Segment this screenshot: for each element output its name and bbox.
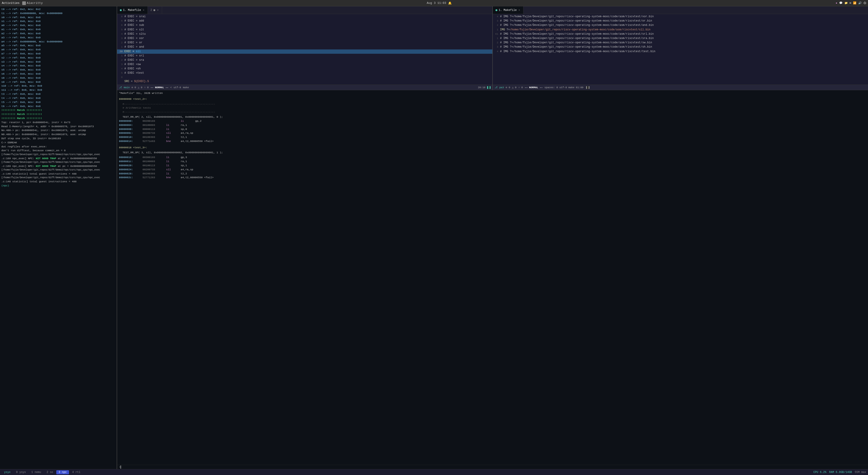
terminal-line: s3 --> ref: 0x0, mcu: 0x0 [1,60,115,64]
terminal-line: s6 --> ref: 0x0, mcu: 0x0 [1,72,115,76]
terminal-line: [/home/fujie/Developer/git_repos/diff/de… [1,168,115,172]
tab-0-ysyx[interactable]: 0 ysyx [14,470,28,474]
left-terminal-panel: t0 --> ref: 0x2, mcu: 0x2 t1 --> ref: 0x… [0,6,117,469]
terminal-line: [/home/fujie/Developer/git_repos/diff/de… [1,152,115,156]
bottom-tabs: ysyx 0 ysyx 1 nemu 2 so 3 npc 4 rtl [2,470,83,474]
editor-line: 3 # EXEC = xor [117,36,492,41]
right-tab-bar: 1. Makefile × [493,6,868,14]
right-editor-content[interactable]: 4 # IMG ?=/home/fujie/Developer/git_repo… [493,14,868,84]
tab-close-center[interactable]: × [142,9,145,11]
editor-line: 1 # EXEC = and [117,45,492,49]
terminal-line: a6 --> ref: 0x0, mcu: 0x0 [1,47,115,52]
editor-line: 6 # EXEC = sub [117,23,492,27]
right-editor-lines: 4 # IMG ?=/home/fujie/Developer/git_repo… [493,14,868,54]
volume-icon: 🔊 [858,1,862,5]
tab-makefile-center[interactable]: 1. Makefile × [117,6,148,14]
asm-line: 80000008: 00000113 li sp,0 [119,127,866,131]
terminal-line: Read I-Memory:length= 4, addr = 0x800005… [1,125,115,129]
warning-count-right: △ 0 [512,86,517,89]
topbar: Activities Alacritty Aug 3 11:03 🔔 ● 💬 📁… [0,0,868,6]
tab-ysyx[interactable]: ysyx [2,470,13,474]
ram-section: RAM 6.8GB/14GB [829,471,852,474]
editor-line: 4 # EXEC = sltu [117,32,492,36]
asm-line: 80000020: 00100113 li sp,1 [119,164,866,168]
terminal-line: s5 --> ref: 0x0, mcu: 0x0 [1,68,115,72]
ram-value: 6.8GB/14GB [836,471,852,474]
terminal-output: t0 --> ref: 0x2, mcu: 0x2 t1 --> ref: 0x… [0,6,117,469]
branch-icon-right: ⎇ [495,86,498,89]
editor-line: 8 # EXEC = srai [117,14,492,19]
center-editor-lines: 8 # EXEC = srai 6 # EXEC = add 6 # EXEC … [117,14,492,84]
terminal-line: N0.488-> pc: 0x8000054c, instr: 0xc00010… [1,132,115,136]
terminal-line: t0 --> ref: 0x2, mcu: 0x2 [1,7,115,11]
terminal-line: s10 --> ref: 0x0, mcu: 0x0 [1,84,115,88]
power-value: 55M max [855,471,866,474]
bottom-right: CPU 6.2% RAM 6.8GB/14GB 55M max [813,471,866,474]
activities-button[interactable]: Activities [2,1,20,5]
topbar-right: ● 💬 📁 ⊞ 📶 🔊 ⏻ [836,1,866,5]
tab-2[interactable]: 2 × [148,6,162,14]
asm-line: 80000028: 00200393 li t2,2 [119,172,866,176]
code-line: # Arithmetic tests [123,106,866,110]
editors-section: 1. Makefile × 2 × 8 [117,6,868,469]
tab-2-so[interactable]: 2 so [44,470,55,474]
tab-2-close[interactable]: × [157,9,159,11]
tab-3-npc[interactable]: 3 npc [56,470,69,474]
asm-line: 80000010: 00100393 li t2,1 [119,135,866,139]
terminal-line: t4 --> ref: 0x0, mcu: 0x0 [1,96,115,100]
center-tab-bar: 1. Makefile × 2 × [117,6,492,14]
cpu-value: 6.2% [820,471,827,474]
tab-dot-center [120,9,122,11]
info-count: ○ 0 [144,86,149,89]
warning-count: △ 0 [138,86,142,89]
terminal-line: C-> EBREAK [1,141,115,145]
tab-makefile-right[interactable]: 1. Makefile × [493,6,523,14]
branch-name-right: pa3 [499,86,504,89]
terminal-line: a1 --> ref: 0x0, mcu: 0x0 [1,27,115,32]
editor-line: 3 # IMG ?=/home/fujie/Developer/git_repo… [493,45,868,49]
power-icon: ⏻ [864,1,866,5]
terminal-line: a4 --> ref: 0x80000000, mcu: 0x80000000 [1,40,115,44]
terminal-line: !!!!!!!!! Match !!!!!!!!!! [1,116,115,121]
asm-line: 80000004: 00100093 li ra,1 [119,123,866,127]
disasm-label-1: 80000000 <test_2>: [119,97,866,101]
terminal-line: [/home/fujie/Developer/git_repos/diff/de… [1,160,115,164]
terminal-line: (npc) [1,184,115,188]
workspace: t0 --> ref: 0x2, mcu: 0x2 t1 --> ref: 0x… [0,6,868,469]
branch-name: main [124,86,130,89]
topbar-center: Aug 3 11:03 🔔 [427,1,452,5]
terminal-line: s2 --> ref: 0x0, mcu: 0x0 [1,56,115,60]
terminal-line: t5 --> ref: 0x0, mcu: 0x0 [1,100,115,104]
app-name: Alacritty [22,1,43,5]
terminal-line: a7 --> ref: 0x0, mcu: 0x0 [1,52,115,56]
tab-close-right[interactable]: × [518,9,521,11]
editor-line: 2 # EXEC = sra [117,58,492,62]
terminal-line: [/home/fujie/Developer/git_repos/diff/de… [1,176,115,179]
status-right-encoding: spaces: 0 utf-8 make 61:89 [545,86,584,89]
tab-label-right: 1. Makefile [499,9,517,12]
terminal-line: s11 --> ref: 0x0, mcu: 0x0 [1,88,115,92]
vim-command-line[interactable]: : [117,465,868,469]
center-editor-content[interactable]: 8 # EXEC = srai 6 # EXEC = add 6 # EXEC … [117,14,492,84]
asm-line: 80000018: 00300193 li gp,3 [119,155,866,159]
editor-line: 4 # IMG ?=/home/fujie/Developer/git_repo… [493,49,868,54]
editor-line: 2 # EXEC = or [117,41,492,45]
tab-4-rtl[interactable]: 4 rtl [70,470,83,474]
terminal-line: .c:169 npc_exec] NPC: HIT GOOD TRAP at p… [1,164,115,168]
editor-line: 5 # EXEC = slt [117,28,492,32]
terminal-line: a0 --> ref: 0x0, mcu: 0x0 [1,23,115,27]
asm-line: 8000002c: 52771263 bne a4,t2,80000550 <f… [119,175,866,179]
editor-line: 4 # EXEC =sh [117,67,492,71]
terminal-line: !!!!!!!!! Match !!!!!!!!!! [1,108,115,112]
info-count-right: ○ 0 [518,86,523,89]
error-count: ⊘ 0 [131,86,136,89]
bottom-bar: ysyx 0 ysyx 1 nemu 2 so 3 npc 4 rtl CPU … [0,469,868,475]
code-line: #---------------------------------------… [123,102,866,106]
topbar-left: Activities Alacritty [2,1,43,5]
branch-icon: ⎇ [119,86,122,89]
code-line: #---------------------------------------… [123,110,866,114]
center-editor-pane: 1. Makefile × 2 × 8 [117,6,493,90]
right-editor-pane: 1. Makefile × 4 # IMG ?=/home/fujie/Deve… [493,6,868,90]
tab-1-nemu[interactable]: 1 nemu [29,470,43,474]
terminal-line: t3 --> ref: 0x0, mcu: 0x0 [1,92,115,96]
